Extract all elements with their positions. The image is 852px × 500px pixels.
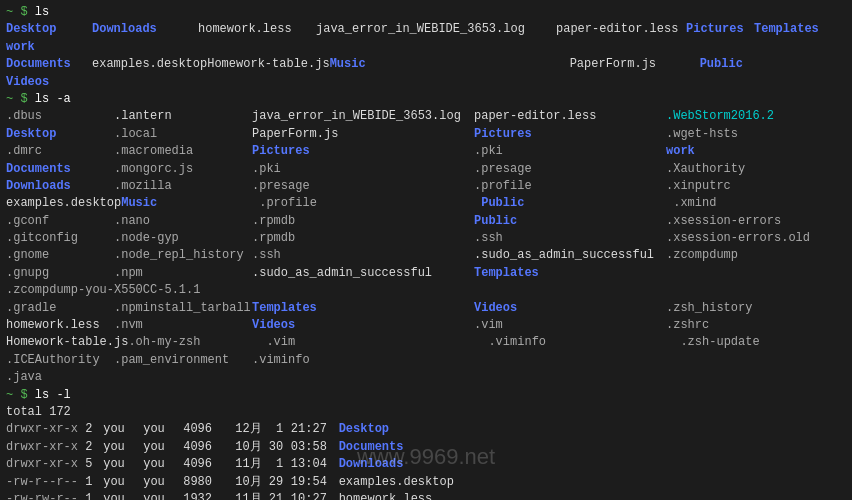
ll-size-documents: 4096: [176, 439, 228, 456]
lsa-music2: Music: [121, 195, 259, 212]
lsa-gnupg: .gnupg: [6, 265, 114, 282]
ls-row1: Desktop Downloads homework.less java_err…: [6, 21, 846, 56]
lsa-sudo2: .sudo_as_admin_successful: [252, 265, 474, 282]
lsa-templates3: Templates: [252, 300, 474, 317]
lsa-vim: .vim: [474, 317, 666, 334]
ll-name-examples: examples.desktop: [339, 474, 454, 491]
ll-perm-documents: drwxr-xr-x: [6, 439, 78, 456]
ll-row-downloads: drwxr-xr-x 5 you you 4096 11月 1 13:04 Do…: [6, 456, 846, 473]
ls-a-row3: .dmrc .macromedia Pictures .pki work: [6, 143, 846, 160]
lsa-npm: .npm: [114, 265, 252, 282]
ls-a-row13: Homework-table.js .oh-my-zsh .vim .vimin…: [6, 334, 846, 351]
ll-name-documents: Documents: [339, 439, 404, 456]
ll-links-examples: 1: [78, 474, 96, 491]
lsa-java-error2: java_error_in_WEBIDE_3653.log: [252, 108, 474, 125]
lsa-downloads2: Downloads: [6, 178, 114, 195]
ls-a-row8: .gitconfig .node-gyp .rpmdb .ssh .xsessi…: [6, 230, 846, 247]
lsa-zsh-update: .zsh-update: [680, 334, 759, 351]
ls-examples: examples.desktop: [92, 56, 207, 73]
cmd-ls-a: ls -a: [35, 91, 71, 108]
lsa-sudo: .sudo_as_admin_successful: [474, 247, 666, 264]
ll-perm-downloads: drwxr-xr-x: [6, 456, 78, 473]
ll-total-text: total 172: [6, 404, 71, 421]
ls-a-row5: Downloads .mozilla .presage .profile .xi…: [6, 178, 846, 195]
ll-total: total 172: [6, 404, 846, 421]
lsa-webstorm: .WebStorm2016.2: [666, 108, 774, 125]
lsa-macromedia: .macromedia: [114, 143, 252, 160]
ll-group-examples: you: [136, 474, 176, 491]
lsa-zcompdump: .zcompdump: [666, 247, 738, 264]
ll-user-homework: you: [96, 491, 136, 500]
prompt-ls-a: ~ $: [6, 91, 35, 108]
ls-pictures: Pictures: [686, 21, 754, 38]
lsa-public3: Public: [474, 213, 666, 230]
lsa-vim2: .vim: [266, 334, 488, 351]
ll-day-downloads: 1: [262, 456, 284, 473]
lsa-ssh: .ssh: [474, 230, 666, 247]
ll-perm-desktop: drwxr-xr-x: [6, 421, 78, 438]
ll-name-homework: homework.less: [339, 491, 433, 500]
ls-downloads: Downloads: [92, 21, 198, 38]
ll-group-downloads: you: [136, 456, 176, 473]
lsa-homework2: homework.less: [6, 317, 114, 334]
lsa-wget-hsts: .wget-hsts: [666, 126, 738, 143]
ll-links-desktop: 2: [78, 421, 96, 438]
ll-user-desktop: you: [96, 421, 136, 438]
lsa-node-repl: .node_repl_history: [114, 247, 252, 264]
ll-time-examples: 19:54: [284, 474, 339, 491]
lsa-lantern: .lantern: [114, 108, 252, 125]
lsa-dmrc: .dmrc: [6, 143, 114, 160]
ll-name-downloads: Downloads: [339, 456, 404, 473]
lsa-npminstall: .npminstall_tarball: [114, 300, 252, 317]
ll-month-desktop: 12月: [228, 421, 262, 438]
lsa-presage2: .presage: [252, 178, 474, 195]
lsa-homework-table2: Homework-table.js: [6, 334, 128, 351]
ll-size-examples: 8980: [176, 474, 228, 491]
lsa-xsession-errors: .xsession-errors: [666, 213, 781, 230]
ll-size-downloads: 4096: [176, 456, 228, 473]
lsa-pki: .pki: [474, 143, 666, 160]
ll-day-documents: 30: [262, 439, 284, 456]
lsa-presage: .presage: [474, 161, 666, 178]
lsa-desktop2: Desktop: [6, 126, 114, 143]
lsa-videos3: Videos: [252, 317, 474, 334]
lsa-pictures2: Pictures: [474, 126, 666, 143]
lsa-java2: .java: [6, 369, 114, 386]
ll-day-desktop: 1: [262, 421, 284, 438]
ls-homework: homework.less: [198, 21, 316, 38]
ll-row-documents: drwxr-xr-x 2 you you 4096 10月 30 03:58 D…: [6, 439, 846, 456]
lsa-paper-editor2: paper-editor.less: [474, 108, 666, 125]
ll-month-documents: 10月: [228, 439, 262, 456]
ls-a-row7: .gconf .nano .rpmdb Public .xsession-err…: [6, 213, 846, 230]
lsa-zshrc: .zshrc: [666, 317, 709, 334]
lsa-pictures3: Pictures: [252, 143, 474, 160]
ll-size-desktop: 4096: [176, 421, 228, 438]
lsa-dbus: .dbus: [6, 108, 114, 125]
lsa-local: .local: [114, 126, 252, 143]
terminal: ~ $ ls Desktop Downloads homework.less j…: [0, 0, 852, 500]
ls-templates: Templates: [754, 21, 834, 38]
ll-user-downloads: you: [96, 456, 136, 473]
lsa-profile: .profile: [474, 178, 666, 195]
ll-time-documents: 03:58: [284, 439, 339, 456]
ls-documents: Documents: [6, 56, 92, 73]
lsa-public2: Public: [481, 195, 673, 212]
ll-month-downloads: 11月: [228, 456, 262, 473]
lsa-examples2: examples.desktop: [6, 195, 121, 212]
ll-time-desktop: 21:27: [284, 421, 339, 438]
ll-perm-homework: -rw-rw-r--: [6, 491, 78, 500]
lsa-nano: .nano: [114, 213, 252, 230]
lsa-mongorc: .mongorc.js: [114, 161, 252, 178]
ls-a-row14: .ICEAuthority .pam_environment .viminfo: [6, 352, 846, 369]
ll-row-homework: -rw-rw-r-- 1 you you 1932 11月 21 10:27 h…: [6, 491, 846, 500]
ls-paper-editor: paper-editor.less: [556, 21, 686, 38]
ls-a-row10: .gnupg .npm .sudo_as_admin_successful Te…: [6, 265, 846, 300]
lsa-gradle: .gradle: [6, 300, 114, 317]
ll-row-desktop: drwxr-xr-x 2 you you 4096 12月 1 21:27 De…: [6, 421, 846, 438]
ls-java-error: java_error_in_WEBIDE_3653.log: [316, 21, 556, 38]
ll-links-homework: 1: [78, 491, 96, 500]
ls-videos: Videos: [6, 74, 86, 91]
ls-a-row1: .dbus .lantern java_error_in_WEBIDE_3653…: [6, 108, 846, 125]
ll-row-examples: -rw-r--r-- 1 you you 8980 10月 29 19:54 e…: [6, 474, 846, 491]
ll-time-homework: 10:27: [284, 491, 339, 500]
